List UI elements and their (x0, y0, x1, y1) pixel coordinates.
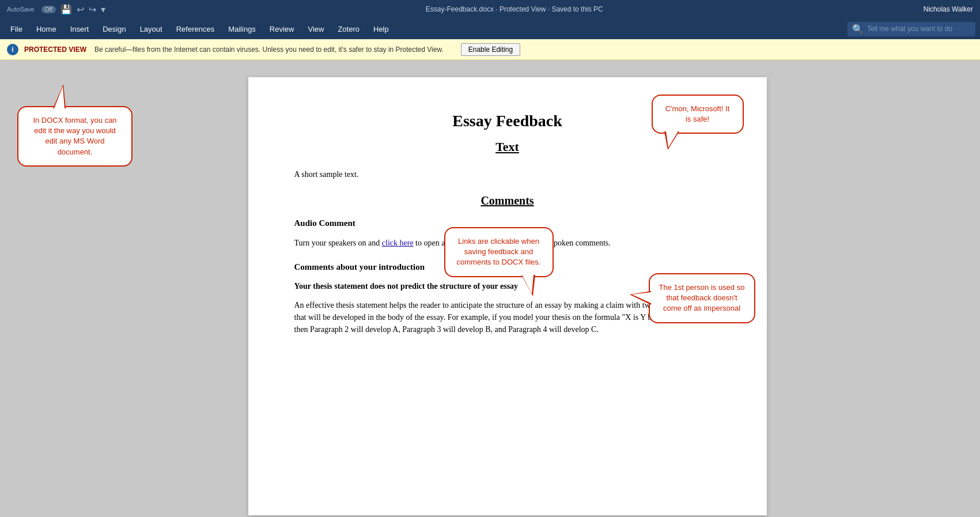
customize-icon[interactable]: ▾ (101, 4, 105, 15)
protected-view-bar: i PROTECTED VIEW Be careful—files from t… (0, 39, 980, 60)
menu-mailings[interactable]: Mailings (222, 22, 262, 36)
menu-references[interactable]: References (171, 22, 220, 36)
enable-editing-button[interactable]: Enable Editing (461, 43, 520, 56)
document-subtitle: Text (294, 139, 721, 154)
title-bar-left: AutoSave Off 💾 ↩ ↪ ▾ (7, 4, 105, 15)
autosave-toggle[interactable]: Off (41, 6, 56, 13)
right-panel (865, 60, 980, 517)
menu-zotero[interactable]: Zotero (332, 22, 365, 36)
menu-layout[interactable]: Layout (134, 22, 168, 36)
left-sidebar: In DOCX format, you can edit it the way … (0, 60, 150, 517)
callout-links-text: Links are clickable when saving feedback… (457, 237, 541, 266)
autosave-label: AutoSave (7, 6, 35, 13)
undo-icon[interactable]: ↩ (77, 4, 84, 15)
menu-review[interactable]: Review (264, 22, 300, 36)
audio-link[interactable]: click here (382, 239, 414, 247)
callout-links: Links are clickable when saving feedback… (444, 227, 554, 277)
menu-view[interactable]: View (302, 22, 330, 36)
document-title: Essay-Feedback.docx · Protected View · S… (426, 5, 603, 13)
audio-text-1: Turn your speakers on and (294, 239, 382, 247)
content-area: In DOCX format, you can edit it the way … (0, 60, 980, 517)
menu-file[interactable]: File (5, 22, 28, 36)
search-input[interactable] (867, 25, 971, 33)
redo-icon[interactable]: ↪ (89, 4, 96, 15)
search-bar[interactable]: 🔍 (847, 22, 975, 36)
title-bar: AutoSave Off 💾 ↩ ↪ ▾ Essay-Feedback.docx… (0, 0, 980, 18)
callout-docx: In DOCX format, you can edit it the way … (17, 106, 133, 167)
protected-message: Be careful—files from the Internet can c… (94, 46, 444, 54)
menu-insert[interactable]: Insert (65, 22, 95, 36)
body-intro: A short sample text. (294, 168, 721, 180)
user-name: Nicholas Walker (924, 5, 973, 13)
callout-person: The 1st person is used so that feedback … (649, 273, 755, 323)
search-icon: 🔍 (852, 24, 864, 35)
menu-bar: File Home Insert Design Layout Reference… (0, 18, 980, 39)
protected-icon: i (7, 44, 18, 55)
document-area: C'mon, Microsoft! It is safe! Links are … (150, 60, 865, 517)
callout-person-text: The 1st person is used so that feedback … (659, 283, 745, 312)
callout-microsoft-text: C'mon, Microsoft! It is safe! (665, 104, 730, 123)
callout-docx-text: In DOCX format, you can edit it the way … (33, 116, 116, 156)
comments-heading: Comments (294, 194, 721, 207)
menu-help[interactable]: Help (368, 22, 395, 36)
save-icon[interactable]: 💾 (60, 4, 72, 15)
callout-microsoft: C'mon, Microsoft! It is safe! (652, 95, 744, 134)
document-page: C'mon, Microsoft! It is safe! Links are … (248, 77, 767, 515)
document-body: A short sample text. (294, 168, 721, 180)
menu-home[interactable]: Home (31, 22, 62, 36)
protected-label: PROTECTED VIEW (24, 46, 86, 54)
menu-design[interactable]: Design (97, 22, 131, 36)
